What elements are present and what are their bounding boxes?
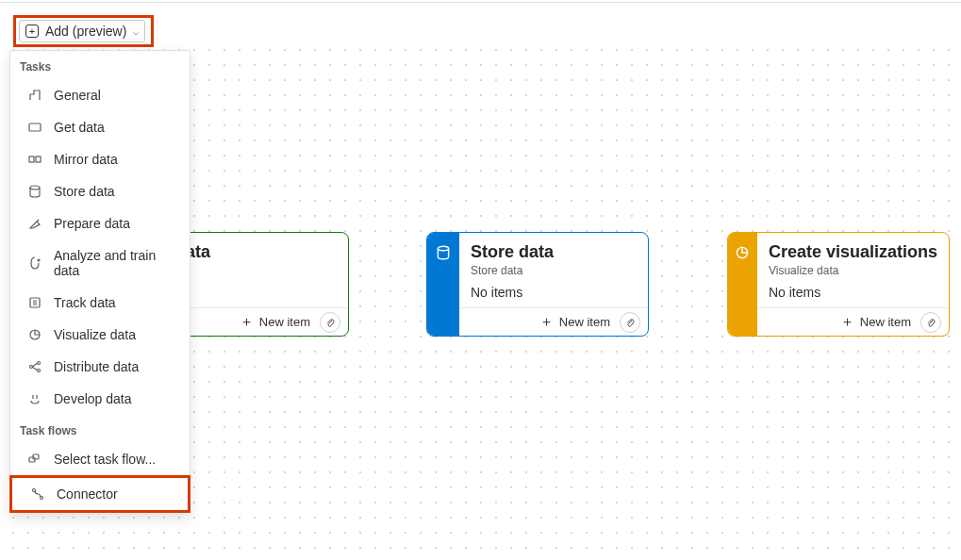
card-body: Store data Store data No items ＋ New ite… bbox=[459, 233, 648, 336]
card-subtitle: Store data bbox=[459, 262, 648, 277]
card-accent-bar bbox=[427, 233, 459, 336]
svg-point-3 bbox=[30, 186, 40, 189]
menu-item-mirror-data[interactable]: Mirror data bbox=[10, 143, 190, 175]
card-noitems-label: No items bbox=[757, 277, 949, 300]
plus-icon: ＋ bbox=[539, 313, 554, 331]
paperclip-icon bbox=[324, 317, 336, 328]
analyze-icon bbox=[27, 255, 42, 271]
prepare-data-icon bbox=[27, 216, 42, 231]
menu-item-distribute-data[interactable]: Distribute data bbox=[10, 351, 190, 383]
card-title: Create visualizations bbox=[757, 233, 949, 262]
task-card-visualize[interactable]: Create visualizations Visualize data No … bbox=[727, 232, 950, 337]
card-subtitle: Visualize data bbox=[757, 262, 949, 277]
mirror-data-icon bbox=[27, 152, 42, 167]
new-item-label: New item bbox=[860, 315, 911, 329]
new-item-button[interactable]: ＋ New item bbox=[232, 309, 318, 335]
menu-item-label: General bbox=[54, 88, 101, 103]
task-card-store[interactable]: Store data Store data No items ＋ New ite… bbox=[426, 232, 649, 337]
menu-item-label: Select task flow... bbox=[54, 452, 156, 467]
menu-item-label: Visualize data bbox=[54, 327, 136, 342]
add-button-label: Add (preview) bbox=[45, 24, 126, 39]
menu-item-label: Get data bbox=[54, 120, 105, 135]
menu-item-analyze-train[interactable]: Analyze and train data bbox=[10, 239, 190, 287]
visualize-icon bbox=[27, 327, 42, 342]
distribute-icon bbox=[27, 359, 42, 374]
attach-button[interactable] bbox=[320, 312, 340, 333]
add-button-highlight: + Add (preview) ⌵ bbox=[13, 15, 154, 47]
menu-item-label: Distribute data bbox=[54, 359, 139, 374]
menu-item-label: Prepare data bbox=[54, 216, 130, 231]
track-data-icon bbox=[27, 295, 42, 310]
menu-item-connector-highlight: Connector bbox=[9, 475, 191, 513]
svg-rect-0 bbox=[29, 124, 41, 131]
paperclip-icon bbox=[624, 317, 636, 328]
develop-icon bbox=[27, 391, 42, 406]
plus-icon: ＋ bbox=[240, 313, 254, 331]
add-dropdown-menu: Tasks General Get data Mirror data Store… bbox=[9, 50, 191, 513]
svg-rect-1 bbox=[29, 156, 34, 162]
menu-item-label: Analyze and train data bbox=[54, 248, 178, 278]
plus-icon: ＋ bbox=[840, 313, 854, 331]
menu-item-label: Connector bbox=[57, 486, 118, 502]
paperclip-icon bbox=[925, 317, 936, 328]
card-title: Store data bbox=[459, 233, 648, 262]
svg-point-14 bbox=[438, 246, 448, 251]
get-data-icon bbox=[27, 120, 42, 135]
store-data-icon bbox=[27, 184, 42, 199]
card-accent-bar bbox=[728, 233, 757, 336]
card-body: Create visualizations Visualize data No … bbox=[757, 233, 949, 336]
chevron-down-icon: ⌵ bbox=[133, 26, 139, 37]
database-icon bbox=[435, 244, 452, 261]
attach-button[interactable] bbox=[920, 312, 941, 333]
svg-point-4 bbox=[38, 259, 40, 261]
menu-item-general[interactable]: General bbox=[10, 79, 190, 111]
attach-button[interactable] bbox=[620, 312, 640, 333]
menu-item-label: Store data bbox=[54, 184, 115, 199]
menu-item-connector[interactable]: Connector bbox=[12, 478, 188, 510]
general-icon bbox=[27, 88, 42, 103]
plus-icon: + bbox=[25, 25, 39, 38]
card-noitems-label: No items bbox=[459, 277, 648, 300]
menu-item-prepare-data[interactable]: Prepare data bbox=[10, 207, 190, 239]
menu-item-label: Mirror data bbox=[54, 152, 118, 167]
svg-rect-2 bbox=[36, 156, 41, 162]
pie-chart-icon bbox=[734, 244, 751, 261]
card-footer: ＋ New item bbox=[757, 307, 949, 336]
menu-item-visualize-data[interactable]: Visualize data bbox=[10, 319, 190, 351]
menu-section-tasks: Tasks bbox=[10, 51, 190, 79]
menu-section-taskflows: Task flows bbox=[10, 415, 190, 443]
menu-item-label: Develop data bbox=[54, 391, 132, 406]
menu-item-develop-data[interactable]: Develop data bbox=[10, 383, 190, 415]
task-flow-icon bbox=[27, 452, 42, 467]
card-footer: ＋ New item bbox=[459, 307, 648, 336]
menu-item-select-task-flow[interactable]: Select task flow... bbox=[10, 443, 190, 475]
menu-item-get-data[interactable]: Get data bbox=[10, 111, 190, 143]
new-item-button[interactable]: ＋ New item bbox=[833, 309, 919, 335]
new-item-label: New item bbox=[259, 315, 310, 329]
connector-icon bbox=[30, 486, 45, 502]
menu-item-label: Track data bbox=[54, 295, 116, 310]
add-button[interactable]: + Add (preview) ⌵ bbox=[19, 20, 145, 42]
menu-item-track-data[interactable]: Track data bbox=[10, 287, 190, 319]
new-item-button[interactable]: ＋ New item bbox=[532, 309, 618, 335]
menu-item-store-data[interactable]: Store data bbox=[10, 175, 190, 207]
new-item-label: New item bbox=[559, 315, 610, 329]
